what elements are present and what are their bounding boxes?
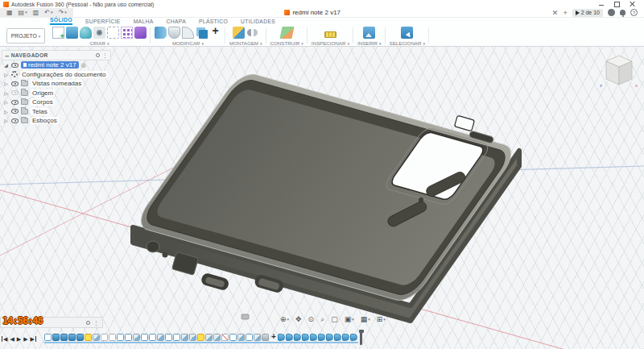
display-settings-icon[interactable]: ▣▾ — [345, 316, 354, 323]
viewports-icon[interactable]: ⊞▾ — [377, 316, 386, 323]
project-button[interactable]: PROJETO▾ — [6, 28, 45, 44]
new-tab-icon[interactable]: + — [563, 9, 567, 17]
kebab-menu-icon[interactable]: ⋮ — [102, 52, 108, 58]
tool-construction-plane[interactable] — [279, 27, 294, 39]
tool-fillet[interactable] — [182, 27, 194, 39]
group-label-inserir[interactable]: INSERIR▾ — [357, 40, 382, 46]
timeline-feature-fillet-blue[interactable] — [326, 334, 333, 341]
collapse-panel-icon[interactable]: «« — [5, 53, 9, 58]
redo-icon[interactable]: ↷▾ — [58, 10, 66, 16]
tool-move[interactable] — [209, 27, 221, 39]
expander-icon[interactable]: ▷ — [3, 72, 9, 77]
timeline-feature-fillet-blue[interactable] — [350, 334, 357, 341]
visibility-eye-icon[interactable] — [11, 100, 19, 105]
timeline-skip-end-icon[interactable]: ▶ — [31, 336, 36, 342]
tool-combine[interactable] — [199, 30, 208, 39]
document-tab[interactable]: redmi note 2 v17 — [284, 9, 341, 16]
close-tab-icon[interactable]: ✕ — [552, 9, 559, 17]
timeline-feature-sketch[interactable] — [125, 334, 132, 341]
timeline-feature-fillet-blue[interactable] — [286, 334, 293, 341]
timeline-feature-doc[interactable] — [109, 334, 116, 341]
root-component-selected[interactable]: redmi note 2 v17 — [21, 61, 79, 69]
tool-extrude[interactable] — [66, 27, 78, 39]
group-label-criar[interactable]: CRIAR▾ — [90, 40, 109, 46]
tool-shell[interactable] — [168, 27, 180, 39]
avatar[interactable] — [608, 9, 615, 16]
browser-item-origin[interactable]: ▷ Origem — [2, 89, 111, 98]
tool-press-pull[interactable] — [155, 27, 167, 39]
tool-pattern[interactable] — [121, 27, 133, 39]
timeline-step-back-icon[interactable]: ◀ — [10, 336, 14, 342]
group-label-construir[interactable]: CONSTRUIR▾ — [270, 40, 303, 46]
timeline-feature-sketch-active[interactable] — [85, 334, 92, 341]
group-label-selecionar[interactable]: SELECIONAR▾ — [390, 40, 425, 46]
timeline-feature-fillet-blue[interactable] — [310, 334, 317, 341]
orbit-icon[interactable]: ⊕▾ — [280, 316, 289, 323]
timeline-feature-sketch[interactable] — [173, 334, 180, 341]
timeline-feature-doc[interactable] — [101, 334, 108, 341]
tool-select[interactable] — [401, 27, 413, 39]
timeline-feature-fillet-blue[interactable] — [278, 334, 285, 341]
browser-item-sketches[interactable]: ▷ Esboços — [2, 116, 111, 126]
tool-insert-image[interactable] — [363, 27, 375, 39]
browser-root-row[interactable]: ◢ redmi note 2 v17 ◎ — [2, 60, 111, 70]
browser-item-bodies[interactable]: ▷ Corpos — [2, 98, 111, 107]
look-at-icon[interactable]: ⊙ — [308, 316, 315, 323]
timeline-feature-fillet[interactable] — [254, 334, 261, 341]
tool-measure[interactable] — [324, 31, 336, 38]
tab-utilidades[interactable]: UTILIDADES — [241, 19, 275, 25]
close-icon[interactable] — [629, 1, 636, 7]
timeline-feature-extrude[interactable] — [68, 334, 76, 341]
document-counter-badge[interactable]: 2 de 10 — [572, 9, 603, 17]
timeline-feature-fillet[interactable] — [157, 334, 164, 341]
timeline-feature-fillet[interactable] — [213, 334, 221, 341]
expander-icon[interactable]: ▷ — [3, 99, 9, 105]
timeline-skip-start-icon[interactable]: ◀ — [2, 336, 7, 342]
notifications-icon[interactable] — [620, 10, 625, 15]
expander-icon[interactable]: ▷ — [3, 109, 9, 114]
help-icon[interactable]: ? — [630, 9, 638, 16]
tool-new-component[interactable] — [233, 27, 245, 39]
tool-joint[interactable] — [246, 27, 258, 39]
save-icon[interactable]: ▥ — [33, 10, 39, 16]
group-label-modificar[interactable]: MODIFICAR▾ — [172, 40, 204, 46]
expander-icon[interactable]: ▷ — [3, 90, 9, 96]
timeline-feature-sketch[interactable] — [149, 334, 156, 341]
maximize-icon[interactable] — [613, 1, 621, 7]
undo-icon[interactable]: ↶▾ — [44, 10, 52, 16]
minimize-icon[interactable] — [598, 1, 605, 7]
browser-item-document-settings[interactable]: ▷ Configurações do documento — [2, 70, 111, 80]
timeline-feature-sketch[interactable] — [141, 334, 148, 341]
timeline-feature-fillet[interactable] — [237, 334, 245, 341]
timeline-feature-extrude[interactable] — [76, 334, 84, 341]
viewport-canvas[interactable]: «« NAVEGADOR ⋮ ◢ redmi note 2 v17 ◎ ▷ Co… — [0, 47, 644, 349]
kebab-menu-icon[interactable]: ⋮ — [93, 320, 99, 326]
timeline-feature-chamfer[interactable] — [262, 334, 269, 341]
tool-create-form[interactable] — [134, 27, 147, 39]
timeline-feature-sketch[interactable] — [229, 334, 237, 341]
expander-icon[interactable]: ▷ — [3, 81, 9, 86]
timeline-feature-sketch[interactable] — [117, 334, 124, 341]
expander-icon[interactable]: ▷ — [3, 118, 9, 123]
comments-icon[interactable] — [86, 321, 90, 325]
display-filter-icon[interactable] — [96, 53, 100, 57]
group-label-montagem[interactable]: MONTAGEM▾ — [229, 40, 262, 46]
visibility-eye-icon[interactable] — [11, 81, 19, 86]
visibility-eye-icon[interactable] — [11, 118, 19, 123]
timeline-feature-move[interactable] — [270, 334, 277, 341]
file-menu-icon[interactable]: ▤▾ — [19, 10, 27, 16]
phone-case-model[interactable] — [133, 71, 519, 321]
expander-icon[interactable]: ◢ — [3, 62, 9, 68]
group-label-inspecionar[interactable]: INSPECIONAR▾ — [312, 40, 349, 46]
timeline-feature-fillet[interactable] — [189, 334, 196, 341]
tool-spline[interactable] — [107, 27, 119, 39]
grid-settings-icon[interactable]: ▦▾ — [361, 316, 370, 323]
data-panel-icon[interactable]: ▦ — [6, 10, 13, 16]
timeline-feature-split[interactable] — [221, 334, 229, 341]
pan-icon[interactable]: ✥ — [295, 316, 302, 323]
tool-hole[interactable] — [93, 27, 105, 39]
fit-view-icon[interactable]: ▢ — [331, 316, 338, 323]
visibility-eye-icon[interactable] — [11, 63, 19, 68]
timeline-feature-fillet[interactable] — [93, 334, 100, 341]
view-cube[interactable]: z x — [596, 48, 642, 95]
